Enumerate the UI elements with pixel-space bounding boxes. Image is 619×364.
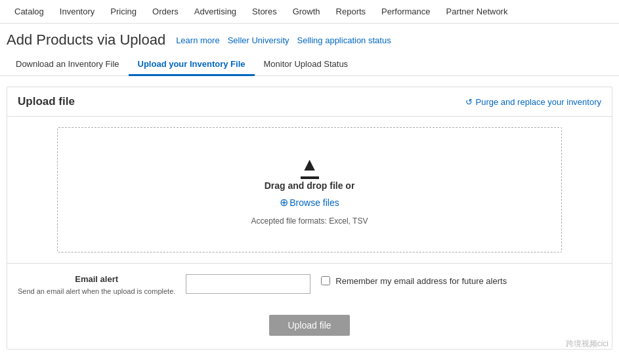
drop-zone[interactable]: Drag and drop file or ⊕ Browse files Acc… bbox=[57, 127, 562, 253]
browse-files-label: Browse files bbox=[289, 197, 339, 208]
nav-catalog[interactable]: Catalog bbox=[7, 0, 52, 23]
email-desc: Send an email alert when the upload is c… bbox=[18, 287, 175, 296]
nav-pricing[interactable]: Pricing bbox=[102, 0, 144, 23]
upload-file-button[interactable]: Upload file bbox=[269, 315, 349, 336]
upload-card: Upload file ↺ Purge and replace your inv… bbox=[7, 87, 612, 350]
tab-upload-inventory[interactable]: Upload your Inventory File bbox=[129, 54, 255, 76]
remember-checkbox[interactable] bbox=[321, 276, 330, 285]
remember-block: Remember my email address for future ale… bbox=[321, 275, 507, 287]
card-header: Upload file ↺ Purge and replace your inv… bbox=[7, 87, 612, 117]
nav-stores[interactable]: Stores bbox=[244, 0, 285, 23]
top-nav: Catalog Inventory Pricing Orders Adverti… bbox=[0, 0, 619, 24]
email-section: Email alert Send an email alert when the… bbox=[7, 263, 612, 307]
purge-link[interactable]: ↺ Purge and replace your inventory bbox=[465, 97, 601, 107]
header-links: Learn more Seller University Selling app… bbox=[176, 35, 391, 45]
main-content: Upload file ↺ Purge and replace your inv… bbox=[0, 76, 619, 360]
sub-tabs: Download an Inventory File Upload your I… bbox=[0, 54, 619, 76]
nav-performance[interactable]: Performance bbox=[374, 0, 438, 23]
watermark: 跨境视频cici bbox=[566, 338, 608, 350]
browse-files-link[interactable]: ⊕ Browse files bbox=[280, 196, 339, 209]
email-title: Email alert bbox=[18, 274, 175, 284]
drag-drop-text: Drag and drop file or bbox=[71, 180, 548, 191]
card-body: Drag and drop file or ⊕ Browse files Acc… bbox=[7, 117, 612, 263]
upload-btn-area: Upload file bbox=[7, 307, 612, 349]
remember-label[interactable]: Remember my email address for future ale… bbox=[335, 275, 507, 287]
email-label-block: Email alert Send an email alert when the… bbox=[18, 274, 175, 296]
nav-partner-network[interactable]: Partner Network bbox=[438, 0, 516, 23]
upload-icon bbox=[298, 154, 322, 180]
learn-more-link[interactable]: Learn more bbox=[176, 35, 219, 45]
accepted-formats: Accepted file formats: Excel, TSV bbox=[71, 216, 548, 226]
seller-university-link[interactable]: Seller University bbox=[228, 35, 289, 45]
page-header: Add Products via Upload Learn more Selle… bbox=[0, 24, 619, 54]
page-title: Add Products via Upload bbox=[7, 31, 165, 49]
nav-inventory[interactable]: Inventory bbox=[52, 0, 102, 23]
tab-monitor-upload[interactable]: Monitor Upload Status bbox=[255, 54, 358, 76]
browse-plus-icon: ⊕ bbox=[280, 196, 288, 209]
selling-app-status-link[interactable]: Selling application status bbox=[297, 35, 391, 45]
nav-reports[interactable]: Reports bbox=[328, 0, 374, 23]
nav-advertising[interactable]: Advertising bbox=[186, 0, 244, 23]
purge-link-label: Purge and replace your inventory bbox=[475, 97, 601, 107]
purge-icon: ↺ bbox=[465, 97, 473, 107]
tab-download-inventory[interactable]: Download an Inventory File bbox=[7, 54, 129, 76]
email-input[interactable] bbox=[186, 274, 310, 294]
card-title: Upload file bbox=[18, 95, 75, 108]
nav-growth[interactable]: Growth bbox=[285, 0, 328, 23]
nav-orders[interactable]: Orders bbox=[144, 0, 186, 23]
